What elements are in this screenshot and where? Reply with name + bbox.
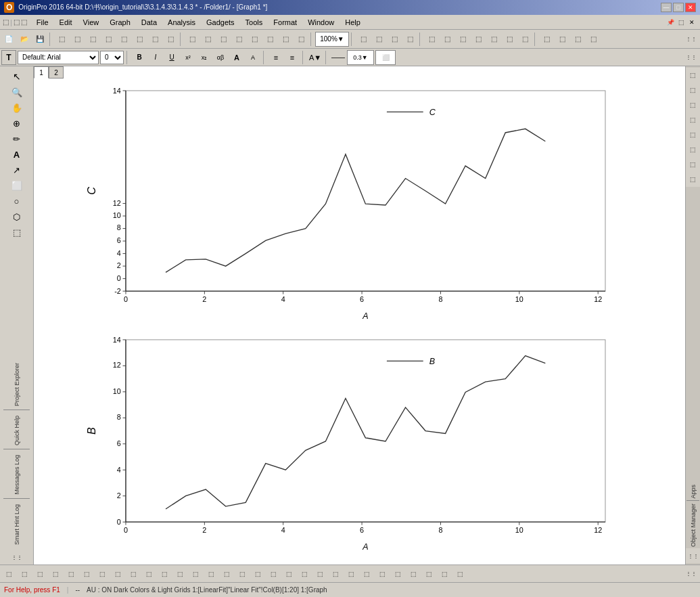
line-btn[interactable]: —— [331,50,346,65]
superscript-button[interactable]: x² [181,50,195,65]
bt-btn-4[interactable]: ⬚ [48,567,63,581]
bt-btn-21[interactable]: ⬚ [312,567,327,581]
align-left[interactable]: ≡ [269,50,283,65]
italic-button[interactable]: I [148,50,163,65]
bt-btn-7[interactable]: ⬚ [95,567,110,581]
fill-box[interactable]: ⬜ [375,50,396,65]
tb-save[interactable]: 💾 [32,32,47,47]
messages-log-label[interactable]: Messages Log [14,452,20,498]
bt-btn-22[interactable]: ⬚ [328,567,343,581]
graph-tab-2[interactable]: 2 [49,66,64,79]
underline-button[interactable]: U [164,50,179,65]
menu-view[interactable]: View [78,17,105,28]
right-panel-btn-2[interactable]: ⬚ [686,83,701,97]
bt-btn-15[interactable]: ⬚ [219,567,234,581]
font-selector[interactable]: Default: Arial [18,51,99,64]
tool-circle[interactable]: ○ [9,194,24,208]
tb-btn-34[interactable]: ⬚ [586,32,601,47]
bt-btn-8[interactable]: ⬚ [110,567,125,581]
smart-hint-label[interactable]: Smart Hint Log [14,502,20,548]
tool-zoom[interactable]: 🔍 [9,85,24,100]
right-panel-btn-4[interactable]: ⬚ [686,112,701,127]
bt-btn-23[interactable]: ⬚ [344,567,358,581]
tb-btn-20[interactable]: ⬚ [356,32,371,47]
tb-btn-7[interactable]: ⬚ [101,32,116,47]
menu-window[interactable]: Window [302,17,340,28]
tb-btn-21[interactable]: ⬚ [371,32,386,47]
bt-btn-11[interactable]: ⬚ [157,567,172,581]
bold-button[interactable]: B [132,50,147,65]
tb-btn-12[interactable]: ⬚ [185,32,200,47]
bt-btn-30[interactable]: ⬚ [452,567,467,581]
bt-btn-6[interactable]: ⬚ [79,567,94,581]
tb-btn-11[interactable]: ⬚ [163,32,178,47]
tb-btn-16[interactable]: ⬚ [247,32,262,47]
tb-btn-4[interactable]: ⬚ [54,32,69,47]
right-panel-btn-6[interactable]: ⬚ [686,142,701,157]
bt-btn-2[interactable]: ⬚ [17,567,32,581]
tool-pointer[interactable]: ↖ [9,69,24,84]
tb-btn-5[interactable]: ⬚ [70,32,85,47]
right-panel-btn-5[interactable]: ⬚ [686,127,701,142]
menu-format[interactable]: Format [268,17,302,28]
bt-btn-25[interactable]: ⬚ [375,567,390,581]
tb-btn-6[interactable]: ⬚ [85,32,100,47]
tool-arrow[interactable]: ↗ [9,162,24,177]
font-size-down[interactable]: A [246,50,260,65]
object-manager-label[interactable]: Object Manager [690,502,697,548]
menu-edit[interactable]: Edit [54,17,78,28]
graph-area[interactable]: 1 2 C -2 0 2 4 [34,66,685,565]
tb-btn-28[interactable]: ⬚ [486,32,501,47]
bt-btn-18[interactable]: ⬚ [266,567,281,581]
tool-text[interactable]: A [9,147,24,162]
bt-btn-13[interactable]: ⬚ [188,567,203,581]
bt-btn-16[interactable]: ⬚ [235,567,250,581]
menu-tools[interactable]: Tools [240,17,269,28]
graph-tab-1[interactable]: 1 [34,66,49,79]
bt-btn-27[interactable]: ⬚ [406,567,421,581]
bt-btn-24[interactable]: ⬚ [359,567,374,581]
sidebar-grip[interactable]: ⋮⋮ [9,550,24,565]
tb-btn-9[interactable]: ⬚ [132,32,147,47]
quick-help-label[interactable]: Quick Help [14,413,20,448]
right-panel-btn-3[interactable]: ⬚ [686,97,701,112]
tool-draw[interactable]: ✏ [9,131,24,146]
tb-btn-32[interactable]: ⬚ [555,32,569,47]
tb-btn-17[interactable]: ⬚ [262,32,277,47]
minimize-button[interactable]: — [661,3,672,12]
right-panel-btn-7[interactable]: ⬚ [686,157,701,172]
project-explorer-label[interactable]: Project Explorer [14,360,20,409]
menu-gadgets[interactable]: Gadgets [201,17,240,28]
right-panel-btn-8[interactable]: ⬚ [686,172,701,187]
font-size-up[interactable]: A [229,50,244,65]
tb-btn-27[interactable]: ⬚ [471,32,486,47]
menu-close-x[interactable]: ✕ [686,17,697,28]
tb-btn-29[interactable]: ⬚ [502,32,517,47]
tb-btn-31[interactable]: ⬚ [539,32,554,47]
tb-btn-13[interactable]: ⬚ [200,32,215,47]
close-button[interactable]: ✕ [685,3,696,12]
maximize-button[interactable]: □ [673,3,684,12]
menu-restore[interactable]: ⬚ [676,17,686,28]
subscript-button[interactable]: x₂ [197,50,212,65]
bt-btn-17[interactable]: ⬚ [250,567,265,581]
tb-btn-30[interactable]: ⬚ [517,32,532,47]
tb-btn-10[interactable]: ⬚ [147,32,162,47]
tool-pan[interactable]: ✋ [9,100,24,115]
tb-btn-23[interactable]: ⬚ [402,32,417,47]
bt-btn-20[interactable]: ⬚ [297,567,312,581]
font-color-btn[interactable]: A▼ [308,50,323,65]
tb-new[interactable]: 📄 [1,32,16,47]
bt-btn-3[interactable]: ⬚ [32,567,47,581]
tb-btn-8[interactable]: ⬚ [116,32,131,47]
menu-graph[interactable]: Graph [104,17,136,28]
menu-file[interactable]: File [31,17,54,28]
tb-btn-26[interactable]: ⬚ [455,32,470,47]
tb-btn-24[interactable]: ⬚ [424,32,439,47]
bt-btn-19[interactable]: ⬚ [281,567,296,581]
bt-btn-5[interactable]: ⬚ [64,567,78,581]
bt-btn-9[interactable]: ⬚ [126,567,141,581]
tb-btn-25[interactable]: ⬚ [440,32,454,47]
bt-btn-28[interactable]: ⬚ [421,567,436,581]
tb-zoom-box[interactable]: 100%▼ [315,32,349,47]
